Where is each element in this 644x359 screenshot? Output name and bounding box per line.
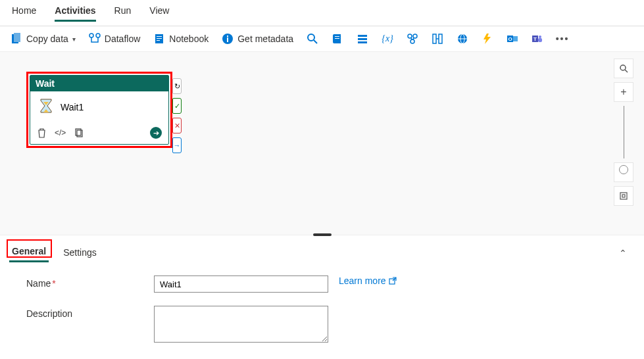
canvas-zoom-tools: + − [614, 59, 633, 206]
learn-more-link[interactable]: Learn more [339, 275, 397, 286]
teams-icon[interactable]: T [532, 33, 543, 45]
svg-text:T: T [533, 36, 537, 42]
svg-point-2 [89, 34, 93, 37]
run-activity-icon[interactable]: ➔ [150, 127, 162, 139]
chevron-down-icon: ▾ [72, 36, 76, 43]
pipeline-canvas[interactable]: Wait Wait1 </> ➔ ↻ ✓ ✕ → [0, 52, 644, 235]
dataflow-label: Dataflow [105, 34, 140, 44]
zoom-slider-knob[interactable] [619, 165, 628, 174]
svg-point-20 [410, 39, 414, 43]
general-form: Name* Learn more Description [0, 265, 644, 359]
svg-rect-34 [538, 38, 542, 42]
handle-success[interactable]: ✓ [172, 98, 182, 114]
nav-run[interactable]: Run [114, 5, 132, 22]
nav-view[interactable]: View [149, 5, 169, 22]
notebook-label: Notebook [169, 34, 209, 44]
svg-rect-14 [335, 38, 339, 39]
svg-rect-13 [335, 36, 339, 37]
wait-activity-card[interactable]: Wait Wait1 </> ➔ [30, 75, 169, 145]
name-field[interactable] [154, 275, 328, 293]
activity-name: Wait1 [61, 102, 84, 112]
svg-rect-39 [620, 193, 627, 199]
nav-home[interactable]: Home [12, 5, 36, 22]
splitter-grip-icon [313, 233, 332, 236]
code-icon[interactable]: </> [55, 128, 66, 137]
outlook-icon[interactable]: O [507, 33, 518, 45]
delete-icon[interactable] [37, 128, 47, 138]
svg-rect-40 [622, 195, 625, 197]
svg-rect-24 [439, 34, 442, 43]
svg-point-11 [308, 34, 314, 41]
external-link-icon [389, 277, 397, 285]
web-icon[interactable] [407, 33, 418, 45]
info-icon [222, 33, 234, 45]
svg-rect-16 [358, 38, 367, 40]
svg-rect-15 [358, 35, 367, 37]
handle-failure[interactable]: ✕ [172, 118, 182, 133]
name-label: Name* [26, 275, 151, 289]
notebook-icon [153, 33, 165, 45]
svg-point-3 [96, 34, 100, 37]
svg-rect-9 [227, 37, 228, 42]
notebook-button[interactable]: Notebook [153, 33, 209, 45]
svg-rect-1 [14, 33, 20, 42]
svg-line-21 [411, 37, 412, 40]
svg-line-22 [413, 37, 414, 40]
canvas-search-icon[interactable] [614, 59, 633, 78]
svg-rect-30 [513, 36, 518, 41]
svg-rect-10 [227, 36, 228, 37]
azure-function-icon[interactable] [482, 33, 493, 45]
svg-point-33 [539, 36, 541, 38]
top-nav: Home Activities Run View [0, 0, 644, 26]
get-metadata-label: Get metadata [237, 34, 293, 44]
tab-settings[interactable]: Settings [61, 245, 99, 262]
dataflow-icon [89, 33, 101, 45]
svg-text:O: O [508, 36, 512, 42]
svg-line-38 [625, 70, 628, 72]
svg-line-12 [314, 40, 317, 43]
collapse-panel-icon[interactable]: ⌃ [619, 248, 635, 258]
get-metadata-button[interactable]: Get metadata [222, 33, 293, 45]
search-icon[interactable] [307, 33, 318, 45]
description-field[interactable] [154, 306, 328, 343]
svg-rect-23 [433, 34, 436, 43]
copy-data-button[interactable]: Copy data ▾ [11, 33, 76, 45]
activities-toolbar: Copy data ▾ Dataflow Notebook Get metada… [0, 26, 644, 52]
globe-icon[interactable] [457, 33, 468, 45]
activity-output-handles: ↻ ✓ ✕ → [172, 78, 182, 153]
handle-retry[interactable]: ↻ [172, 78, 182, 94]
list-icon[interactable] [357, 33, 368, 45]
description-label: Description [26, 306, 151, 319]
activity-type-header: Wait [30, 76, 168, 91]
script-icon[interactable] [332, 33, 343, 45]
svg-rect-5 [157, 36, 162, 37]
zoom-in-icon[interactable]: + [614, 82, 633, 102]
properties-panel-tabs: General Settings ⌃ [0, 237, 644, 265]
copy-data-label: Copy data [26, 34, 68, 44]
svg-rect-7 [157, 40, 160, 41]
svg-rect-6 [157, 38, 162, 39]
dataflow-button[interactable]: Dataflow [89, 33, 140, 45]
more-icon[interactable]: ••• [557, 33, 568, 45]
svg-rect-17 [358, 41, 367, 43]
tab-general[interactable]: General [9, 243, 49, 262]
handle-skip[interactable]: → [172, 137, 182, 153]
nav-activities[interactable]: Activities [55, 5, 95, 22]
fit-to-screen-icon[interactable] [614, 186, 633, 206]
column-transform-icon[interactable] [432, 33, 443, 45]
svg-point-37 [620, 65, 626, 70]
hourglass-icon [38, 98, 54, 116]
copy-data-icon [11, 33, 22, 45]
activity-card-highlight: Wait Wait1 </> ➔ [26, 72, 172, 148]
variable-icon[interactable]: {x} [382, 33, 393, 45]
copy-icon[interactable] [74, 128, 84, 138]
